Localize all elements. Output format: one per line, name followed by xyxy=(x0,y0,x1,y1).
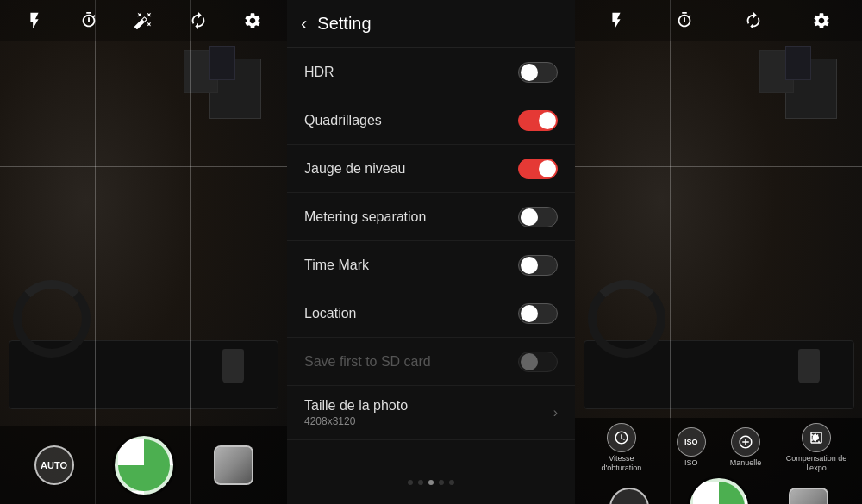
manual-icon xyxy=(731,427,760,457)
iso-mode[interactable]: ISO ISO xyxy=(677,427,706,468)
dot-2 xyxy=(418,480,423,485)
rotate-icon[interactable] xyxy=(185,8,211,34)
timemark-label: Time Mark xyxy=(304,258,369,273)
dot-3 xyxy=(428,480,434,485)
settings-item-location[interactable]: Location xyxy=(287,289,575,338)
right-camera-panel: Vitesse d'obturation ISO ISO Manuelle Co… xyxy=(575,0,862,504)
right-bottom-controls: M xyxy=(575,475,862,504)
photo-size-label-wrap: Taille de la photo 4208x3120 xyxy=(304,398,408,427)
settings-title: Setting xyxy=(317,14,371,34)
metering-toggle[interactable] xyxy=(518,207,558,227)
exposure-mode[interactable]: Compensation de l'expo xyxy=(785,423,847,473)
timer-icon[interactable] xyxy=(76,8,102,34)
dot-4 xyxy=(439,480,444,485)
shutter-button[interactable] xyxy=(115,436,173,495)
location-label: Location xyxy=(304,306,357,321)
timemark-toggle[interactable] xyxy=(518,255,558,276)
settings-item-sdcard: Save first to SD card xyxy=(287,338,575,386)
settings-item-metering[interactable]: Metering separation xyxy=(287,193,575,241)
hdr-label: HDR xyxy=(304,65,334,80)
metering-label: Metering separation xyxy=(304,209,426,225)
settings-item-quadrillages[interactable]: Quadrillages xyxy=(287,96,575,145)
photo-size-chevron-icon: › xyxy=(553,405,558,420)
effects-icon[interactable] xyxy=(130,8,156,34)
settings-panel: ‹ Setting HDR Quadrillages Jauge de nive… xyxy=(287,0,575,504)
scene-headphones xyxy=(13,280,91,358)
scene-items xyxy=(0,41,287,426)
scene-cup xyxy=(222,349,244,383)
photo-size-label: Taille de la photo xyxy=(304,398,408,414)
dot-5 xyxy=(449,480,454,485)
right-scene-headphones xyxy=(588,280,665,358)
right-thumbnail-image xyxy=(790,489,827,504)
photo-size-sublabel: 4208x3120 xyxy=(304,415,408,427)
right-scene-cup xyxy=(798,349,820,383)
right-bottom-bar: Vitesse d'obturation ISO ISO Manuelle Co… xyxy=(575,418,862,504)
left-toolbar xyxy=(0,0,287,41)
right-rotate-icon[interactable] xyxy=(740,8,766,34)
settings-item-jauge[interactable]: Jauge de niveau xyxy=(287,145,575,193)
right-settings-icon[interactable] xyxy=(809,8,834,34)
settings-icon[interactable] xyxy=(240,8,265,34)
exposure-label: Compensation de l'expo xyxy=(785,454,847,473)
shutter-speed-icon xyxy=(607,423,636,452)
quadrillages-label: Quadrillages xyxy=(304,113,382,128)
quadrillages-toggle[interactable] xyxy=(518,110,558,131)
flash-auto-icon[interactable] xyxy=(22,8,47,34)
shutter-speed-mode[interactable]: Vitesse d'obturation xyxy=(590,423,653,473)
settings-item-hdr[interactable]: HDR xyxy=(287,48,575,96)
dot-1 xyxy=(408,480,413,485)
right-scene-items xyxy=(575,41,862,426)
location-toggle[interactable] xyxy=(518,303,558,324)
settings-item-timemark[interactable]: Time Mark xyxy=(287,241,575,289)
jauge-label: Jauge de niveau xyxy=(304,161,405,177)
settings-item-photo-size[interactable]: Taille de la photo 4208x3120 › xyxy=(287,386,575,440)
location-toggle-thumb xyxy=(521,305,538,322)
sdcard-toggle-thumb xyxy=(521,353,538,370)
sdcard-toggle xyxy=(518,352,558,372)
settings-bottom-dots xyxy=(287,461,575,504)
right-timer-icon[interactable] xyxy=(671,8,697,34)
back-button[interactable]: ‹ xyxy=(301,15,307,34)
thumbnail-image xyxy=(216,447,252,483)
right-scene-box3 xyxy=(785,46,811,80)
left-bottom-bar: AUTO xyxy=(0,426,287,504)
right-shutter-button[interactable] xyxy=(690,478,748,504)
manual-label: Manuelle xyxy=(730,458,762,468)
hdr-toggle[interactable] xyxy=(518,62,558,83)
auto-mode-badge[interactable]: AUTO xyxy=(34,445,74,485)
shutter-speed-label: Vitesse d'obturation xyxy=(590,454,653,473)
exposure-icon xyxy=(802,423,831,452)
left-camera-panel: AUTO xyxy=(0,0,287,504)
iso-text: ISO xyxy=(684,438,698,446)
metering-toggle-thumb xyxy=(521,208,538,226)
timemark-toggle-thumb xyxy=(521,257,538,274)
hdr-toggle-thumb xyxy=(521,64,538,81)
scene-box3 xyxy=(209,46,235,80)
sdcard-label: Save first to SD card xyxy=(304,354,431,370)
right-flash-auto-icon[interactable] xyxy=(603,8,629,34)
thumbnail-preview[interactable] xyxy=(214,445,253,485)
manual-mode[interactable]: Manuelle xyxy=(730,427,762,468)
iso-icon: ISO xyxy=(677,427,706,457)
quadrillages-toggle-thumb xyxy=(539,112,556,129)
iso-label: ISO xyxy=(684,458,698,468)
right-thumbnail-preview[interactable] xyxy=(789,488,828,504)
settings-header: ‹ Setting xyxy=(287,0,575,48)
jauge-toggle-thumb xyxy=(539,160,556,177)
jauge-toggle[interactable] xyxy=(518,159,558,179)
settings-list: HDR Quadrillages Jauge de niveau Meterin… xyxy=(287,48,575,461)
manual-mode-badge[interactable]: M xyxy=(609,488,649,504)
right-toolbar xyxy=(575,0,862,41)
right-mode-icons: Vitesse d'obturation ISO ISO Manuelle Co… xyxy=(575,418,862,475)
